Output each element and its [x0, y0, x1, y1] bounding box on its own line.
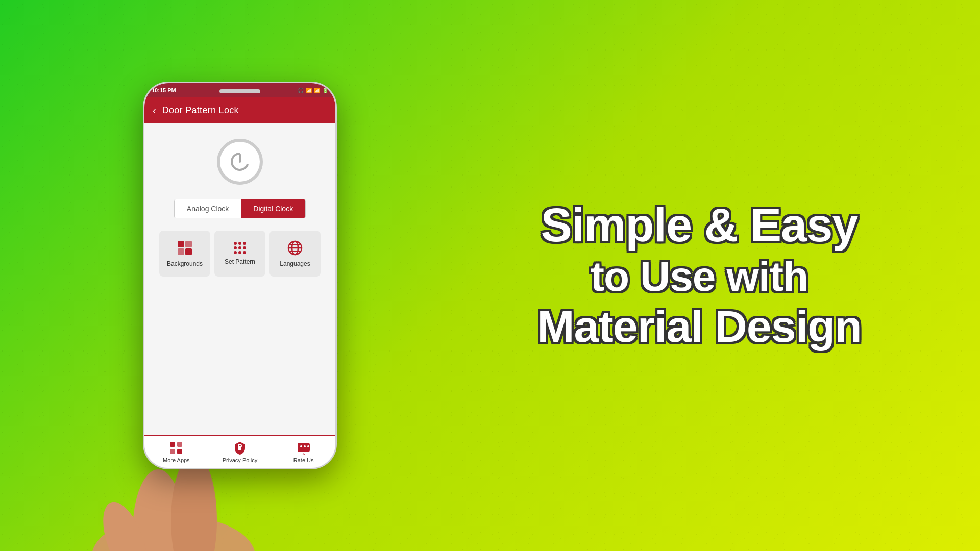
rate-us-nav-item[interactable]: Rate Us	[272, 441, 335, 464]
svg-rect-13	[170, 449, 175, 454]
set-pattern-icon	[234, 242, 246, 254]
tagline-line-2: to Use with	[537, 253, 861, 300]
privacy-policy-label: Privacy Policy	[223, 457, 257, 464]
svg-rect-18	[300, 445, 302, 447]
svg-rect-11	[170, 442, 175, 447]
battery-icon: 🔋	[322, 88, 328, 93]
privacy-policy-nav-item[interactable]: Privacy Policy	[208, 441, 272, 464]
tagline-line-1: Simple & Easy	[537, 198, 861, 253]
status-icons: 🎧 📶 📶 🔋	[298, 88, 328, 93]
backgrounds-icon	[177, 240, 193, 256]
more-apps-label: More Apps	[163, 457, 190, 464]
svg-rect-5	[185, 248, 192, 255]
tagline-text: Simple & Easy to Use with Material Desig…	[537, 198, 861, 352]
status-time: 10:15 PM	[152, 87, 176, 93]
languages-icon	[287, 240, 303, 256]
headphone-icon: 🎧	[298, 88, 304, 93]
tagline-line-3: Material Design	[537, 300, 861, 352]
svg-rect-14	[177, 449, 182, 454]
svg-rect-12	[177, 442, 182, 447]
signal-icon: 📶	[314, 88, 320, 93]
set-pattern-button[interactable]: Set Pattern	[214, 231, 265, 277]
status-bar: 10:15 PM 🎧 📶 📶 🔋	[144, 83, 335, 97]
svg-rect-2	[178, 241, 184, 247]
svg-marker-21	[302, 453, 305, 455]
tagline-area: Simple & Easy to Use with Material Desig…	[419, 178, 980, 372]
digital-clock-button[interactable]: Digital Clock	[241, 199, 305, 218]
more-apps-icon	[169, 441, 183, 455]
svg-rect-4	[178, 248, 184, 255]
power-icon	[229, 151, 251, 173]
privacy-policy-icon	[233, 441, 247, 455]
app-content: Analog Clock Digital Clock B	[144, 123, 335, 435]
action-grid: Backgrounds Set Pattern	[159, 231, 321, 277]
rate-us-label: Rate Us	[293, 457, 314, 464]
phone-mockup: 10:15 PM 🎧 📶 📶 🔋 ‹ Door Pattern Lock	[143, 82, 337, 469]
back-button[interactable]: ‹	[153, 105, 156, 116]
rate-us-icon	[297, 441, 311, 455]
phone-area: 10:15 PM 🎧 📶 📶 🔋 ‹ Door Pattern Lock	[61, 0, 419, 551]
power-button-circle[interactable]	[217, 139, 263, 185]
languages-button[interactable]: Languages	[270, 231, 321, 277]
more-apps-nav-item[interactable]: More Apps	[144, 441, 208, 464]
clock-toggle: Analog Clock Digital Clock	[174, 199, 306, 218]
main-scene: 10:15 PM 🎧 📶 📶 🔋 ‹ Door Pattern Lock	[0, 0, 980, 551]
analog-clock-button[interactable]: Analog Clock	[175, 199, 241, 218]
languages-label: Languages	[280, 260, 310, 267]
svg-rect-17	[298, 443, 310, 452]
svg-rect-20	[307, 445, 309, 447]
app-header: ‹ Door Pattern Lock	[144, 97, 335, 123]
set-pattern-label: Set Pattern	[225, 258, 255, 265]
bottom-nav: More Apps Privacy Policy	[144, 435, 335, 468]
app-title: Door Pattern Lock	[162, 105, 239, 116]
svg-rect-19	[304, 445, 306, 447]
wifi-icon: 📶	[306, 88, 312, 93]
backgrounds-button[interactable]: Backgrounds	[159, 231, 210, 277]
phone-inner: 10:15 PM 🎧 📶 📶 🔋 ‹ Door Pattern Lock	[144, 83, 335, 468]
svg-rect-3	[185, 241, 192, 247]
backgrounds-label: Backgrounds	[167, 260, 203, 267]
